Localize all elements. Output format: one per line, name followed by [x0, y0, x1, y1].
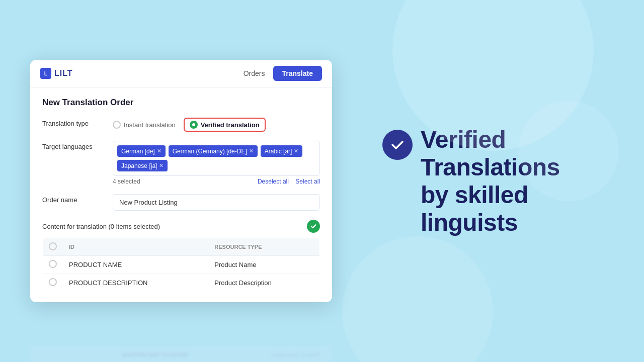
tag-arabic-ar[interactable]: Arabic [ar] ✕: [261, 145, 303, 157]
instant-radio[interactable]: [113, 121, 121, 129]
target-languages-label: Target languages: [42, 141, 103, 150]
col-resource-type: RESOURCE TYPE: [208, 238, 319, 256]
row-id-2: PRODUCT DESCRIPTION: [63, 274, 208, 292]
app-window: L LILT Orders Translate New Translation …: [30, 60, 332, 302]
row-resource-1: Product Name: [208, 256, 319, 274]
instant-translation-option[interactable]: Instant translation: [113, 121, 176, 129]
tag-japanese-ja[interactable]: Japanese [ja] ✕: [117, 160, 168, 171]
target-languages-row: Target languages German [de] ✕ German (G…: [42, 141, 320, 185]
order-name-field: [113, 194, 320, 211]
row-id-1: PRODUCT NAME: [63, 256, 208, 274]
order-name-input[interactable]: [113, 194, 320, 211]
order-name-label: Order name: [42, 194, 103, 204]
translation-type-row: Translation type Instant translation Ver…: [42, 118, 320, 132]
tag-german-de-de[interactable]: German (Germany) [de-DE] ✕: [169, 145, 258, 157]
selected-count: 4 selected: [113, 178, 140, 185]
table-row: PRODUCT DESCRIPTION Product Description: [43, 274, 320, 292]
orders-link[interactable]: Orders: [244, 69, 265, 77]
verified-translation-option[interactable]: Verified translation: [184, 118, 266, 132]
translation-type-field: Instant translation Verified translation: [113, 118, 320, 132]
lilt-logo-icon: L: [40, 68, 51, 79]
tag-german-de[interactable]: German [de] ✕: [117, 145, 166, 157]
verified-check-icon: [382, 130, 413, 160]
row-checkbox-2[interactable]: [49, 278, 57, 286]
header-nav: Orders Translate: [244, 66, 322, 81]
tags-footer: 4 selected Deselect all Select all: [113, 178, 320, 185]
tag-close-japanese[interactable]: ✕: [159, 162, 164, 169]
app-header: L LILT Orders Translate: [30, 60, 332, 87]
lilt-logo: L LILT: [40, 68, 73, 79]
tag-close-arabic[interactable]: ✕: [294, 148, 298, 154]
translation-type-label: Translation type: [42, 118, 103, 127]
header-checkbox[interactable]: [49, 242, 57, 250]
col-id: ID: [63, 238, 208, 256]
content-section-header: Content for translation (0 items selecte…: [42, 220, 320, 233]
row-checkbox-1[interactable]: [49, 260, 57, 268]
deselect-all-link[interactable]: Deselect all: [258, 178, 289, 185]
app-content: New Translation Order Translation type I…: [30, 87, 332, 302]
tags-actions: Deselect all Select all: [258, 178, 320, 185]
row-resource-2: Product Description: [208, 274, 319, 292]
lilt-logo-text: LILT: [54, 69, 73, 78]
page-title: New Translation Order: [42, 98, 320, 108]
verified-radio[interactable]: [190, 121, 198, 129]
translate-button[interactable]: Translate: [273, 66, 322, 81]
order-name-row: Order name: [42, 194, 320, 211]
select-all-link[interactable]: Select all: [295, 178, 320, 185]
content-table: ID RESOURCE TYPE PRODUCT NAME Product Na…: [42, 238, 320, 292]
table-row: PRODUCT NAME Product Name: [43, 256, 320, 274]
content-section-title: Content for translation (0 items selecte…: [42, 223, 160, 230]
tags-container[interactable]: German [de] ✕ German (Germany) [de-DE] ✕…: [113, 141, 320, 176]
tag-close-german-de[interactable]: ✕: [157, 148, 162, 154]
target-languages-field: German [de] ✕ German (Germany) [de-DE] ✕…: [113, 141, 320, 185]
col-checkbox: [43, 238, 63, 256]
tag-close-german-de-de[interactable]: ✕: [249, 148, 254, 154]
content-check-icon: [307, 220, 320, 233]
